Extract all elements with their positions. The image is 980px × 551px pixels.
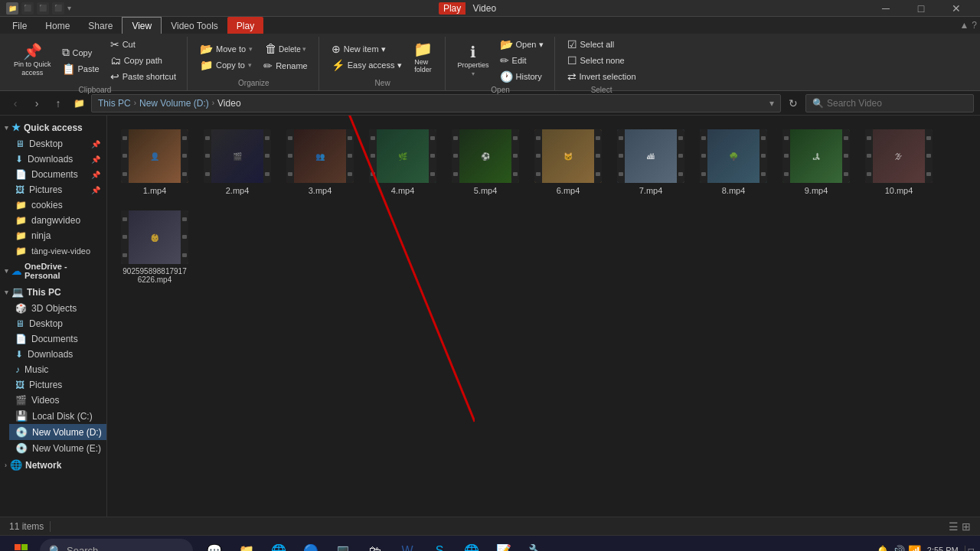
back-button[interactable]: ‹	[6, 94, 24, 112]
file-item-9[interactable]: 🏞 9.mp4	[778, 125, 854, 200]
delete-button[interactable]: 🗑 Delete ▾	[259, 41, 312, 57]
taskbar-app-vscode[interactable]: 💻	[328, 536, 358, 552]
new-folder-button[interactable]: 📁 Newfolder	[408, 39, 439, 76]
sidebar-item-3d-objects[interactable]: 🎲 3D Objects	[9, 301, 106, 316]
sidebar-item-downloads-pc[interactable]: ⬇ Downloads	[9, 347, 106, 362]
taskbar-app-misc2[interactable]: 🔧	[521, 536, 551, 552]
taskbar-app-word[interactable]: W	[392, 536, 423, 552]
tab-play[interactable]: Play	[227, 17, 263, 34]
sidebar-item-downloads-quick[interactable]: ⬇ Downloads 📌	[9, 152, 106, 167]
tab-view[interactable]: View	[122, 17, 162, 34]
sidebar-item-ninja[interactable]: 📁 ninja	[9, 228, 106, 243]
sidebar-item-desktop-quick[interactable]: 🖥 Desktop 📌	[9, 136, 106, 152]
path-video[interactable]: Video	[217, 98, 240, 109]
path-volume-d[interactable]: New Volume (D:)	[139, 98, 209, 109]
paste-shortcut-button[interactable]: ↩ Paste shortcut	[106, 69, 181, 84]
copy-path-button[interactable]: 🗂 Copy path	[106, 53, 181, 68]
sidebar-item-new-volume-e[interactable]: 💿 New Volume (E:)	[9, 440, 106, 456]
onedrive-chevron: ▾	[5, 267, 8, 275]
taskbar-app-chrome[interactable]: 🔵	[296, 536, 326, 552]
taskbar-clock[interactable]: 2:55 PM	[927, 545, 959, 551]
file-item-8[interactable]: 🌳 8.mp4	[695, 125, 772, 200]
taskbar-app-ie[interactable]: 🌐	[456, 536, 487, 552]
file-item-2[interactable]: 🎬 2.mp4	[199, 125, 276, 200]
rename-button[interactable]: ✏ Rename	[259, 58, 312, 73]
taskbar-app-skype[interactable]: S	[424, 536, 455, 552]
select-none-button[interactable]: ☐ Select none	[563, 53, 641, 68]
sidebar-section-network[interactable]: › 🌐 Network	[0, 456, 106, 474]
tab-video-tools[interactable]: Video Tools	[162, 17, 227, 34]
file-item-1[interactable]: 👤 1.mp4	[116, 125, 193, 200]
properties-button[interactable]: ℹ Properties ▾	[453, 42, 494, 80]
sidebar-item-desktop-pc[interactable]: 🖥 Desktop	[9, 316, 106, 331]
folder-icon-tang: 📁	[15, 246, 27, 256]
show-desktop-button[interactable]: □	[965, 546, 974, 552]
forward-button[interactable]: ›	[28, 94, 46, 112]
grid-view-toggle[interactable]: ⊞	[962, 520, 971, 533]
tab-share[interactable]: Share	[79, 17, 122, 34]
easy-access-button[interactable]: ⚡ Easy access ▾	[327, 57, 407, 73]
sidebar-section-onedrive[interactable]: ▾ ☁ OneDrive - Personal	[0, 259, 106, 283]
file-item-6[interactable]: 🐱 6.mp4	[530, 125, 606, 200]
file-item-10[interactable]: 🌫 10.mp4	[861, 125, 937, 200]
edit-button[interactable]: ✏ Edit	[495, 53, 548, 68]
pin-to-quick-access-button[interactable]: 📌 Pin to Quickaccess	[9, 41, 56, 80]
tab-file[interactable]: File	[3, 17, 36, 34]
notification-icon[interactable]: 🔔	[876, 545, 889, 552]
address-path[interactable]: This PC › New Volume (D:) › Video ▾	[91, 94, 781, 112]
sidebar-item-dangwvideo[interactable]: 📁 dangwvideo	[9, 213, 106, 228]
search-box[interactable]: 🔍	[805, 94, 974, 112]
sidebar-item-documents-quick[interactable]: 📄 Documents 📌	[9, 167, 106, 182]
help-btn[interactable]: ?	[972, 20, 977, 31]
copy-to-button[interactable]: 📁 Copy to ▾	[195, 57, 257, 73]
up-button[interactable]: ↑	[49, 94, 67, 112]
volume-icon[interactable]: 🔊	[892, 545, 905, 552]
network-status-icon[interactable]: 📶	[908, 545, 921, 552]
sidebar-item-pictures-quick[interactable]: 🖼 Pictures 📌	[9, 182, 106, 197]
file-item-5[interactable]: ⚽ 5.mp4	[447, 125, 524, 200]
maximize-button[interactable]: □	[903, 0, 939, 17]
path-this-pc[interactable]: This PC	[98, 98, 131, 109]
minimize-button[interactable]: ─	[868, 0, 903, 17]
sidebar-section-this-pc[interactable]: ▾ 💻 This PC	[0, 283, 106, 301]
film-strip-right-7	[677, 129, 684, 183]
open-button[interactable]: 📂 Open ▾	[495, 37, 548, 52]
address-dropdown-icon[interactable]: ▾	[769, 98, 774, 109]
sidebar-item-tang-view-video[interactable]: 📁 tàng-view-video	[9, 243, 106, 259]
sidebar-item-new-volume-d[interactable]: 💿 New Volume (D:)	[9, 424, 106, 440]
start-button[interactable]	[6, 539, 37, 552]
move-to-button[interactable]: 📂 Move to ▾	[195, 41, 257, 57]
copy-button[interactable]: ⧉ Copy	[57, 44, 104, 60]
sidebar-item-music[interactable]: ♪ Music	[9, 362, 106, 377]
sidebar-item-pictures-pc[interactable]: 🖼 Pictures	[9, 377, 106, 393]
sidebar-section-quick-access[interactable]: ▾ ★ Quick access	[0, 119, 106, 136]
file-item-11[interactable]: 👶 9025958988179176226.mp4	[116, 206, 193, 289]
details-view-toggle[interactable]: ☰	[949, 520, 959, 533]
sidebar-item-documents-pc[interactable]: 📄 Documents	[9, 331, 106, 347]
search-input[interactable]	[827, 98, 967, 109]
ribbon-collapse-btn[interactable]: ▲	[959, 20, 969, 31]
paste-button[interactable]: 📋 Paste	[57, 61, 104, 77]
tab-home[interactable]: Home	[36, 17, 79, 34]
taskbar-app-misc1[interactable]: 📝	[488, 536, 519, 552]
history-button[interactable]: 🕐 History	[495, 69, 548, 84]
refresh-button[interactable]: ↻	[784, 94, 802, 112]
taskbar-app-edge[interactable]: 🌐	[263, 536, 294, 552]
cut-button[interactable]: ✂ Cut	[106, 37, 181, 52]
taskbar-app-explorer[interactable]: 📁	[231, 536, 262, 552]
sidebar-item-local-disk-c[interactable]: 💾 Local Disk (C:)	[9, 408, 106, 424]
file-item-7[interactable]: 🏙 7.mp4	[612, 125, 689, 200]
sidebar-item-videos[interactable]: 🎬 Videos	[9, 393, 106, 408]
new-item-button[interactable]: ⊕ New item ▾	[327, 41, 407, 57]
taskbar-app-cortana[interactable]: 💬	[199, 536, 230, 552]
select-all-button[interactable]: ☑ Select all	[563, 37, 641, 52]
close-button[interactable]: ✕	[939, 0, 974, 17]
taskbar-app-store[interactable]: 🛍	[360, 536, 390, 552]
invert-selection-button[interactable]: ⇄ Invert selection	[563, 69, 641, 84]
file-item-4[interactable]: 🌿 4.mp4	[364, 125, 441, 200]
sidebar-item-cookies[interactable]: 📁 cookies	[9, 197, 106, 213]
misc1-icon: 📝	[496, 543, 511, 551]
new-stack: ⊕ New item ▾ ⚡ Easy access ▾	[327, 41, 407, 73]
taskbar-search-box[interactable]: 🔍 Search	[40, 539, 193, 552]
file-item-3[interactable]: 👥 3.mp4	[282, 125, 358, 200]
